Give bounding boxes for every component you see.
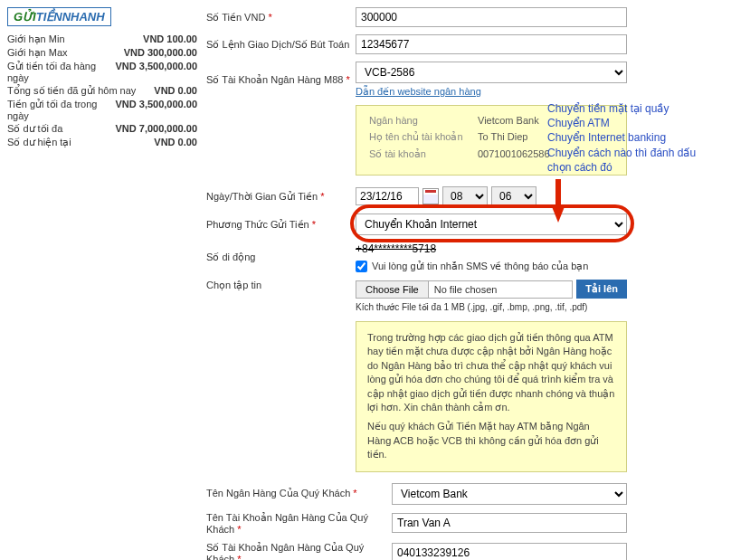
mobile-value: +84*********5718 bbox=[356, 242, 436, 255]
annotation-text: Chuyển tiền mặt tại quầy Chuyển ATM Chuy… bbox=[547, 101, 715, 175]
bankacc-select[interactable]: VCB-2586 bbox=[356, 62, 627, 83]
sidebar-limit-row: Tổng số tiền đã gửi hôm nayVND 0.00 bbox=[7, 85, 197, 97]
txn-input[interactable] bbox=[356, 34, 627, 54]
minute-select[interactable]: 06 bbox=[491, 186, 536, 206]
choose-file-button[interactable]: Choose File bbox=[356, 281, 429, 298]
bankbox-accno-value: 0071001062586 bbox=[478, 148, 550, 160]
sms-label: Vui lòng gửi tin nhắn SMS về thông báo c… bbox=[372, 261, 588, 272]
bankbox-holder-value: To Thi Diep bbox=[478, 131, 527, 143]
bankacc-label: Số Tài Khoản Ngân Hàng M88 * bbox=[206, 74, 356, 86]
brand-logo: GỬITIỀNNHANH bbox=[7, 7, 111, 26]
sms-checkbox[interactable] bbox=[356, 261, 367, 272]
hour-select[interactable]: 08 bbox=[442, 186, 488, 206]
amount-label: Số Tiền VND * bbox=[206, 12, 356, 24]
cust-bank-label: Tên Ngân Hàng Của Quý Khách * bbox=[206, 488, 392, 499]
annotation-arrow-head bbox=[551, 204, 565, 223]
notice-box: Trong trường hợp các giao dịch gửi tiền … bbox=[356, 321, 627, 472]
method-label: Phương Thức Gửi Tiền * bbox=[206, 219, 356, 231]
method-select[interactable]: Chuyển Khoản Internet bbox=[356, 214, 627, 235]
bankbox-bank-label: Ngân hàng bbox=[369, 115, 478, 126]
sidebar-limit-row: Giới hạn MaxVND 300,000.00 bbox=[7, 47, 197, 59]
bankbox-holder-label: Họ tên chủ tài khoản bbox=[369, 131, 478, 143]
file-label: Chọn tập tin bbox=[206, 280, 356, 291]
sidebar-limit-row: Tiền gửi tối đa trong ngàyVND 3,500,000.… bbox=[7, 99, 197, 121]
sidebar-limit-row: Giới hạn MinVND 100.00 bbox=[7, 33, 197, 45]
sidebar-limit-row: Số dư hiện tạiVND 0.00 bbox=[7, 137, 197, 148]
amount-input[interactable] bbox=[356, 7, 627, 27]
calendar-icon[interactable] bbox=[422, 188, 439, 204]
txn-label: Số Lệnh Giao Dịch/Số Bút Toán bbox=[206, 39, 356, 51]
bank-website-link[interactable]: Dẫn đến website ngân hàng bbox=[356, 86, 481, 97]
sidebar-limit-row: Gửi tiền tối đa hàng ngàyVND 3,500,000.0… bbox=[7, 61, 197, 83]
annotation-arrow bbox=[555, 179, 561, 206]
cust-name-label: Tên Tài Khoản Ngân Hàng Của Quý Khách * bbox=[206, 512, 392, 535]
cust-acc-input[interactable] bbox=[392, 543, 627, 560]
date-input[interactable] bbox=[356, 187, 419, 205]
cust-acc-label: Số Tài Khoản Ngân Hàng Của Quý Khách * bbox=[206, 542, 392, 560]
mobile-label: Số di động bbox=[206, 252, 356, 263]
cust-bank-select[interactable]: Vietcom Bank bbox=[392, 483, 627, 505]
cust-name-input[interactable] bbox=[392, 513, 627, 533]
datetime-label: Ngày/Thời Gian Gửi Tiền * bbox=[206, 191, 356, 203]
sidebar-limit-row: Số dư tối đaVND 7,000,000.00 bbox=[7, 123, 197, 135]
file-hint: Kích thước File tối đa 1 MB (.jpg, .gif,… bbox=[356, 302, 724, 312]
file-chosen-text: No file chosen bbox=[429, 281, 573, 298]
bankbox-bank-value: Vietcom Bank bbox=[478, 115, 539, 126]
bankbox-accno-label: Số tài khoản bbox=[369, 148, 478, 160]
upload-button[interactable]: Tải lên bbox=[576, 280, 627, 299]
